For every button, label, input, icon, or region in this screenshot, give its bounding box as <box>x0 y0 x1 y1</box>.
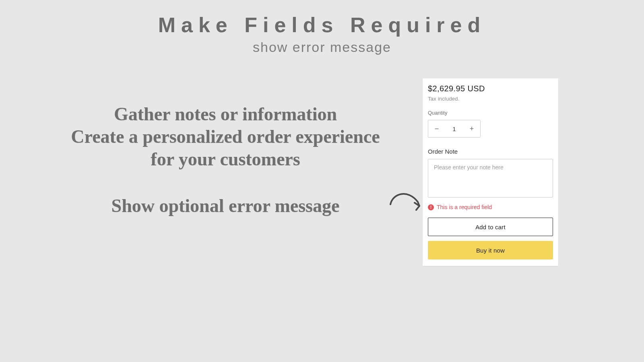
add-to-cart-button[interactable]: Add to cart <box>428 218 553 236</box>
quantity-decrease-button[interactable]: − <box>428 120 445 137</box>
error-message-row: ! This is a required field <box>428 204 553 210</box>
quantity-increase-button[interactable]: + <box>463 120 480 137</box>
marketing-copy: Gather notes or information Create a per… <box>28 103 423 171</box>
marketing-line-2: Create a personalized order experience <box>71 126 380 147</box>
quantity-stepper[interactable]: − 1 + <box>428 120 481 138</box>
order-note-textarea[interactable] <box>428 159 553 197</box>
marketing-line-1: Gather notes or information <box>114 104 337 124</box>
tax-note: Tax included. <box>428 96 553 102</box>
page-subtitle: show error message <box>0 39 644 55</box>
minus-icon: − <box>435 125 439 133</box>
quantity-value: 1 <box>445 125 463 132</box>
plus-icon: + <box>470 125 474 133</box>
product-form-card: $2,629.95 USD Tax included. Quantity − 1… <box>423 78 558 266</box>
order-note-label: Order Note <box>428 148 553 155</box>
arrow-icon <box>386 187 426 219</box>
marketing-line-3: for your customers <box>151 149 300 169</box>
error-icon: ! <box>428 204 434 210</box>
page-title: Make Fields Required <box>0 0 644 37</box>
buy-now-button[interactable]: Buy it now <box>428 241 553 259</box>
error-message-text: This is a required field <box>437 204 492 210</box>
marketing-copy-2: Show optional error message <box>28 195 423 217</box>
marketing-line-4: Show optional error message <box>111 195 340 216</box>
price: $2,629.95 USD <box>428 84 553 93</box>
quantity-label: Quantity <box>428 110 553 116</box>
